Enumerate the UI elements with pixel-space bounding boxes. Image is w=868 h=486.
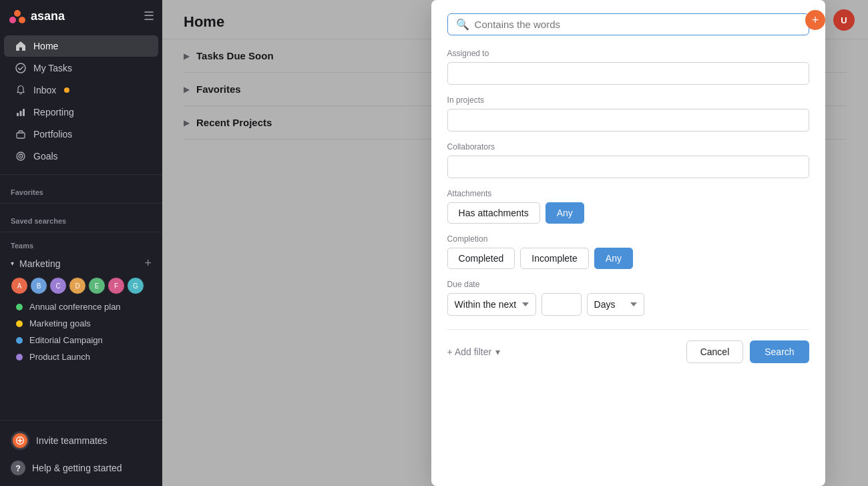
search-overlay: 🔍 Assigned to In projects Collaborators … <box>162 0 868 486</box>
help-item[interactable]: ? Help & getting started <box>0 455 162 481</box>
due-date-number-input[interactable] <box>541 293 582 316</box>
avatar-2: B <box>30 277 47 294</box>
add-filter-chevron: ▾ <box>495 346 500 357</box>
avatar-7: G <box>127 277 144 294</box>
attachments-label: Attachments <box>447 189 809 198</box>
sidebar-item-inbox-label: Inbox <box>33 85 56 95</box>
svg-point-0 <box>14 10 21 17</box>
bar-chart-icon <box>15 106 27 118</box>
due-date-unit-select[interactable]: Days Weeks Months <box>587 293 644 316</box>
project-dot-blue <box>16 337 23 344</box>
project-dot-purple <box>16 354 23 360</box>
sidebar: asana ☰ Home My Tasks Inbox <box>0 0 162 486</box>
sidebar-item-reporting-label: Reporting <box>33 107 74 117</box>
inbox-badge <box>64 87 69 93</box>
sidebar-item-home-label: Home <box>33 41 58 51</box>
search-panel: 🔍 Assigned to In projects Collaborators … <box>431 0 825 486</box>
search-glass-icon: 🔍 <box>456 18 469 31</box>
sidebar-item-home[interactable]: Home <box>4 35 158 57</box>
team-avatars: A B C D E F G <box>0 274 162 298</box>
add-filter-label: + Add filter <box>447 346 492 357</box>
project-dot-yellow <box>16 320 23 327</box>
avatar-5: E <box>88 277 105 294</box>
project-editorial[interactable]: Editorial Campaign <box>0 332 162 348</box>
svg-point-2 <box>19 17 25 23</box>
assigned-to-input[interactable] <box>447 62 809 85</box>
user-avatar[interactable]: U <box>833 9 855 31</box>
sidebar-item-goals-label: Goals <box>33 151 58 162</box>
asana-logo-text: asana <box>31 9 65 23</box>
incomplete-button[interactable]: Incomplete <box>520 248 588 269</box>
svg-rect-4 <box>17 113 19 116</box>
avatar-4: D <box>69 277 86 294</box>
due-date-row: Within the next Before After On Days Wee… <box>447 293 809 316</box>
project-marketing-goals[interactable]: Marketing goals <box>0 315 162 332</box>
divider-1 <box>0 174 162 175</box>
svg-rect-6 <box>23 109 25 116</box>
favorites-section-label: Favorites <box>0 179 162 199</box>
asana-logo-icon <box>8 7 27 25</box>
search-footer: + Add filter ▾ Cancel Search <box>447 329 809 363</box>
add-button[interactable]: + <box>805 10 825 30</box>
top-right-icons: + U <box>805 9 855 31</box>
due-date-type-select[interactable]: Within the next Before After On <box>447 293 536 316</box>
project-annual-conf[interactable]: Annual conference plan <box>0 298 162 315</box>
sidebar-item-reporting[interactable]: Reporting <box>4 101 158 123</box>
teams-label: Teams <box>11 242 33 250</box>
invite-icon <box>11 431 29 450</box>
sidebar-item-my-tasks[interactable]: My Tasks <box>4 57 158 79</box>
avatar-3: C <box>49 277 67 294</box>
completion-options: Completed Incomplete Any <box>447 248 809 269</box>
sidebar-top: asana ☰ <box>0 0 162 32</box>
svg-rect-7 <box>17 133 25 138</box>
avatar-1: A <box>11 277 28 294</box>
search-bar: 🔍 <box>447 13 809 35</box>
cancel-button[interactable]: Cancel <box>686 340 744 363</box>
home-icon <box>15 40 27 52</box>
due-date-label: Due date <box>447 280 809 289</box>
footer-actions: Cancel Search <box>686 340 809 363</box>
project-product-launch-label: Product Launch <box>29 352 90 362</box>
in-projects-input[interactable] <box>447 109 809 132</box>
collaborators-label: Collaborators <box>447 142 809 152</box>
has-attachments-button[interactable]: Has attachments <box>447 202 540 224</box>
sidebar-item-my-tasks-label: My Tasks <box>33 63 72 73</box>
divider-2 <box>0 203 162 204</box>
check-circle-icon <box>15 62 27 74</box>
search-input[interactable] <box>475 19 801 30</box>
add-filter-button[interactable]: + Add filter ▾ <box>447 346 501 357</box>
team-name: Marketing <box>19 258 60 269</box>
teams-header: Teams <box>0 236 162 252</box>
assigned-to-label: Assigned to <box>447 49 809 58</box>
goals-icon <box>15 150 27 162</box>
svg-point-10 <box>20 156 21 157</box>
hamburger-icon[interactable]: ☰ <box>144 9 154 23</box>
sidebar-item-portfolios[interactable]: Portfolios <box>4 124 158 145</box>
collaborators-input[interactable] <box>447 156 809 178</box>
completed-button[interactable]: Completed <box>447 248 515 269</box>
saved-searches-label: Saved searches <box>0 208 162 228</box>
sidebar-item-goals[interactable]: Goals <box>4 146 158 167</box>
sidebar-bottom: Invite teammates ? Help & getting starte… <box>0 420 162 486</box>
main: Home + U ▶ Tasks Due Soon ▶ Favorites ▶ … <box>162 0 868 486</box>
svg-point-3 <box>16 63 25 73</box>
search-button[interactable]: Search <box>750 340 809 363</box>
project-marketing-goals-label: Marketing goals <box>29 318 91 328</box>
svg-point-1 <box>9 17 16 23</box>
avatar-6: F <box>107 277 125 294</box>
divider-3 <box>0 232 162 232</box>
attachment-options: Has attachments Any <box>447 202 809 224</box>
help-icon: ? <box>11 461 25 475</box>
sidebar-item-inbox[interactable]: Inbox <box>4 79 158 101</box>
any-completion-button[interactable]: Any <box>594 248 633 269</box>
invite-teammates[interactable]: Invite teammates <box>0 426 162 455</box>
add-team-button[interactable]: + <box>144 256 152 270</box>
help-label: Help & getting started <box>32 463 122 473</box>
team-marketing[interactable]: ▾ Marketing + <box>0 252 162 274</box>
completion-label: Completion <box>447 234 809 244</box>
asana-logo: asana <box>8 7 65 25</box>
sidebar-nav: Home My Tasks Inbox Reporting <box>0 32 162 170</box>
any-attachment-button[interactable]: Any <box>546 202 584 224</box>
project-editorial-label: Editorial Campaign <box>29 335 103 345</box>
project-product-launch[interactable]: Product Launch <box>0 348 162 365</box>
